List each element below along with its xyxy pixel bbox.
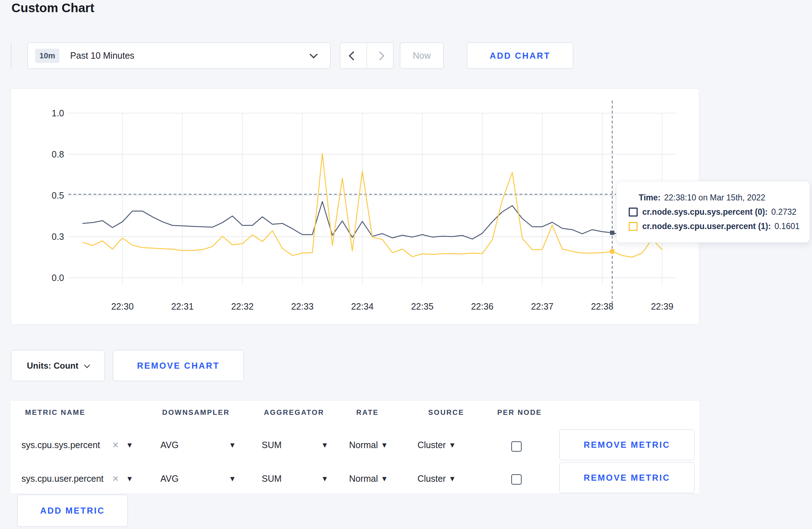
clear-metric-icon[interactable]: ×	[112, 428, 119, 462]
tooltip-time-label: Time:	[639, 193, 661, 203]
aggregator-caret[interactable]: ▾	[323, 462, 327, 495]
chart-card: 1.00.80.50.30.022:3022:3122:3222:3322:34…	[11, 88, 699, 325]
tooltip-user-value: 0.1601	[774, 222, 799, 231]
aggregator-select[interactable]: SUM	[262, 462, 282, 495]
remove-metric-button[interactable]: REMOVE METRIC	[559, 462, 695, 493]
header-metric-name: METRIC NAME	[25, 401, 86, 424]
remove-chart-button[interactable]: REMOVE CHART	[113, 350, 244, 381]
svg-text:22:37: 22:37	[531, 301, 554, 311]
caret-down-icon: ▾	[450, 474, 454, 483]
svg-text:22:33: 22:33	[291, 301, 314, 311]
header-aggregator: AGGREGATOR	[264, 401, 324, 424]
rate-select[interactable]: Normal ▾	[349, 462, 387, 495]
svg-text:1.0: 1.0	[52, 108, 64, 118]
time-range-select[interactable]: 10m Past 10 Minutes	[28, 43, 330, 69]
x-icon: ×	[112, 440, 119, 450]
header-per-node: PER NODE	[497, 401, 542, 424]
chart-tooltip: Time: 22:38:10 on Mar 15th, 2022 cr.node…	[616, 181, 810, 243]
caret-down-icon: ▾	[382, 441, 387, 449]
downsampler-caret[interactable]: ▾	[230, 428, 235, 462]
svg-text:22:36: 22:36	[471, 301, 494, 311]
tooltip-sys-label: cr.node.sys.cpu.sys.percent (0):	[642, 207, 768, 217]
header-rate: RATE	[356, 401, 379, 424]
downsampler-select[interactable]: AVG	[160, 428, 179, 462]
user-series-swatch-icon	[629, 222, 638, 231]
rate-select[interactable]: Normal ▾	[349, 428, 387, 462]
units-select[interactable]: Units: Count	[11, 350, 105, 381]
svg-text:0.0: 0.0	[52, 273, 64, 283]
svg-text:22:31: 22:31	[171, 301, 194, 311]
cpu-percent-chart[interactable]: 1.00.80.50.30.022:3022:3122:3222:3322:34…	[11, 89, 700, 325]
time-range-label: Past 10 Minutes	[70, 50, 134, 61]
add-chart-button[interactable]: ADD CHART	[467, 43, 573, 69]
page-title: Custom Chart	[11, 1, 94, 15]
time-range-badge: 10m	[35, 49, 59, 63]
source-value: Cluster	[417, 474, 446, 484]
svg-text:22:30: 22:30	[111, 301, 134, 311]
chevron-down-icon	[84, 362, 90, 368]
svg-text:22:34: 22:34	[351, 301, 374, 311]
tooltip-time-value: 22:38:10 on Mar 15th, 2022	[664, 193, 765, 203]
next-time-button[interactable]	[367, 43, 393, 68]
toolbar-divider	[11, 43, 11, 69]
svg-text:0.5: 0.5	[52, 190, 64, 200]
now-button[interactable]: Now	[400, 43, 444, 69]
svg-text:22:35: 22:35	[411, 301, 434, 311]
metric-select-caret[interactable]: ▾	[127, 462, 132, 495]
caret-down-icon: ▾	[382, 474, 387, 483]
caret-down-icon: ▾	[230, 474, 235, 483]
metric-name-select[interactable]: sys.cpu.sys.percent	[21, 428, 100, 462]
svg-text:22:38: 22:38	[591, 301, 614, 311]
custom-chart-page: Custom Chart 10m Past 10 Minutes Now ADD…	[0, 0, 812, 529]
header-source: SOURCE	[428, 401, 464, 424]
svg-text:0.8: 0.8	[52, 149, 64, 159]
prev-time-button[interactable]	[340, 43, 367, 68]
aggregator-caret[interactable]: ▾	[323, 428, 327, 462]
source-select[interactable]: Cluster ▾	[417, 428, 454, 462]
svg-text:22:32: 22:32	[231, 301, 254, 311]
x-icon: ×	[112, 473, 119, 484]
clear-metric-icon[interactable]: ×	[112, 462, 119, 495]
header-downsampler: DOWNSAMPLER	[162, 401, 230, 424]
source-select[interactable]: Cluster ▾	[417, 462, 454, 495]
add-metric-button[interactable]: ADD METRIC	[17, 495, 128, 527]
rate-value: Normal	[349, 474, 378, 484]
sys-series-swatch-icon	[629, 208, 638, 217]
time-nav-group	[340, 43, 393, 69]
chevron-down-icon	[310, 50, 318, 58]
units-label: Units: Count	[27, 361, 78, 371]
per-node-checkbox[interactable]	[511, 474, 522, 485]
tooltip-user-label: cr.node.sys.cpu.user.percent (1):	[642, 222, 771, 231]
remove-metric-button[interactable]: REMOVE METRIC	[559, 429, 695, 460]
metric-name-select[interactable]: sys.cpu.user.percent	[21, 462, 103, 495]
caret-down-icon: ▾	[323, 441, 327, 449]
rate-value: Normal	[349, 440, 378, 450]
downsampler-select[interactable]: AVG	[160, 462, 179, 495]
caret-down-icon: ▾	[230, 441, 235, 449]
metric-select-caret[interactable]: ▾	[127, 428, 132, 462]
aggregator-select[interactable]: SUM	[262, 428, 282, 462]
downsampler-caret[interactable]: ▾	[230, 462, 235, 495]
caret-down-icon: ▾	[127, 474, 132, 483]
tooltip-sys-value: 0.2732	[771, 207, 796, 217]
per-node-checkbox[interactable]	[511, 441, 522, 452]
source-value: Cluster	[417, 440, 446, 450]
caret-down-icon: ▾	[450, 441, 454, 449]
chevron-left-icon	[349, 51, 358, 60]
svg-text:22:39: 22:39	[651, 301, 673, 311]
caret-down-icon: ▾	[127, 441, 132, 449]
chevron-right-icon	[376, 51, 385, 60]
svg-text:0.3: 0.3	[52, 232, 64, 242]
caret-down-icon: ▾	[323, 474, 327, 483]
